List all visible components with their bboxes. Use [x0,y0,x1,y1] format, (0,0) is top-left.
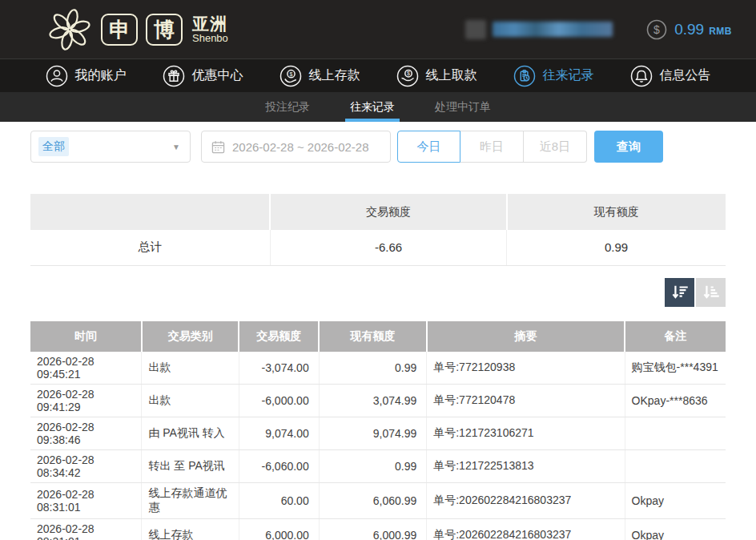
deposit-icon: $ [279,65,302,87]
category-select[interactable]: 全部 ▼ [30,131,191,163]
main-content: 全部 ▼ 2026-02-28 ~ 2026-02-28 今日 昨日 近8日 查 [0,122,756,540]
nav-item-transaction-records[interactable]: 往来记录 [513,65,594,87]
cell-summary: 单号:202602284216803237 [427,518,625,540]
brand-char-2: 博 [146,14,183,46]
cell-amount: -6,060.00 [239,449,319,482]
user-avatar [465,20,486,39]
category-selected-value: 全部 [38,137,69,156]
balance-currency: RMB [709,22,732,37]
records-icon [513,65,536,87]
brand-char-1: 申 [101,14,138,46]
tab-transaction-records[interactable]: 往来记录 [340,92,404,122]
today-button[interactable]: 今日 [397,131,460,163]
top-header: 申 博 亚洲 Shenbo $ 0.99 RMB [0,0,756,58]
col-header-balance: 现有额度 [319,321,427,352]
table-row: 2026-02-28 08:34:42 转出 至 PA视讯 -6,060.00 … [30,449,726,482]
summary-header-row: 交易额度 现有额度 [30,194,726,230]
main-navigation: 我的账户 优惠中心 $ 线上存款 [0,58,756,92]
nav-item-promotions[interactable]: 优惠中心 [163,65,243,87]
cell-type: 由 PA视讯 转入 [142,417,239,449]
dollar-coin-icon: $ [646,19,667,40]
summary-header-transaction: 交易额度 [270,194,506,230]
cell-summary: 单号:121722513813 [427,449,625,482]
sort-descending-button[interactable] [665,278,694,307]
transactions-body: 2026-02-28 09:45:21 出款 -3,074.00 0.99 单号… [30,352,726,540]
svg-text:$: $ [407,71,410,76]
query-button[interactable]: 查询 [594,131,663,163]
tab-processing-orders[interactable]: 处理中订单 [425,92,501,122]
record-subtabs: 投注纪录 往来记录 处理中订单 [0,92,756,122]
cell-type: 线上存款 [142,518,239,540]
cell-note [625,449,726,482]
col-header-summary: 摘要 [427,321,625,352]
balance-amount: 0.99 [674,21,704,38]
cell-balance: 9,074.99 [319,417,427,449]
transactions-header-row: 时间 交易类别 交易额度 现有额度 摘要 备注 [30,321,726,352]
brand-logo[interactable]: 申 博 亚洲 Shenbo [46,6,228,53]
tab-betting-records[interactable]: 投注纪录 [255,92,320,122]
cell-type: 转出 至 PA视讯 [142,449,239,482]
table-row: 2026-02-28 09:41:29 出款 -6,000.00 3,074.9… [30,384,726,417]
nav-item-withdraw[interactable]: $ 线上取款 [396,65,477,87]
bell-icon [630,65,653,87]
username-blurred [493,22,613,37]
col-header-time: 时间 [30,321,142,352]
svg-text:$: $ [653,23,660,36]
cell-type: 出款 [142,352,239,385]
cell-summary: 单号:202602284216803237 [427,482,625,518]
cell-time: 2026-02-28 09:38:46 [30,417,142,449]
cell-summary: 单号:772120478 [427,384,625,417]
cell-balance: 3,074.99 [319,384,427,417]
balance-display[interactable]: $ 0.99 RMB [646,19,732,40]
cell-type: 出款 [142,384,239,417]
summary-total-current: 0.99 [507,230,726,265]
last-8-days-button[interactable]: 近8日 [524,131,587,163]
cell-amount: 9,074.00 [239,417,319,449]
cell-time: 2026-02-28 09:45:21 [30,352,142,385]
nav-label: 优惠中心 [192,67,243,84]
cell-time: 2026-02-28 08:31:01 [30,518,142,540]
cell-amount: -6,000.00 [239,384,319,417]
cell-balance: 0.99 [319,449,427,482]
nav-label: 线上取款 [426,67,477,84]
gift-icon [163,65,185,87]
sort-ascending-button[interactable] [696,278,726,307]
brand-name-en: Shenbo [192,33,228,44]
transactions-page: 申 博 亚洲 Shenbo $ 0.99 RMB [0,0,756,540]
transactions-table: 时间 交易类别 交易额度 现有额度 摘要 备注 2026-02-28 09:45… [30,321,726,540]
nav-item-announcements[interactable]: 信息公告 [630,65,711,87]
col-header-type: 交易类别 [142,321,239,352]
nav-label: 我的账户 [75,67,127,84]
cell-time: 2026-02-28 09:41:29 [30,384,142,417]
nav-item-my-account[interactable]: 我的账户 [46,65,127,87]
nav-item-deposit[interactable]: $ 线上存款 [279,65,360,87]
quick-date-buttons: 今日 昨日 近8日 [397,131,587,163]
cell-balance: 6,000.99 [319,518,427,540]
cell-note: OKpay-***8636 [625,384,726,417]
nav-label: 往来记录 [543,67,594,84]
table-row: 2026-02-28 09:45:21 出款 -3,074.00 0.99 单号… [30,352,726,385]
date-range-picker[interactable]: 2026-02-28 ~ 2026-02-28 [201,131,391,163]
cell-summary: 单号:772120938 [427,352,625,385]
masked-username[interactable] [465,20,613,39]
table-row: 2026-02-28 08:31:01 线上存款通道优惠 60.00 6,060… [30,482,726,518]
svg-text:$: $ [289,71,292,77]
summary-total-label: 总计 [30,230,270,265]
yesterday-button[interactable]: 昨日 [460,131,524,163]
cell-amount: 6,000.00 [239,518,319,540]
flower-logo-icon [46,6,93,53]
cell-amount: 60.00 [239,482,319,518]
date-range-value: 2026-02-28 ~ 2026-02-28 [232,140,369,154]
cell-note: 购宝钱包-***4391 [625,352,726,385]
cell-time: 2026-02-28 08:34:42 [30,449,142,482]
col-header-amount: 交易额度 [239,321,319,352]
col-header-note: 备注 [625,321,726,352]
sort-controls [30,278,726,307]
cell-summary: 单号:121723106271 [427,417,625,449]
cell-type: 线上存款通道优惠 [142,482,239,518]
cell-amount: -3,074.00 [239,352,319,385]
cell-time: 2026-02-28 08:31:01 [30,482,142,518]
summary-header-empty [30,194,270,230]
withdraw-icon: $ [396,65,419,87]
nav-label: 信息公告 [660,67,711,84]
